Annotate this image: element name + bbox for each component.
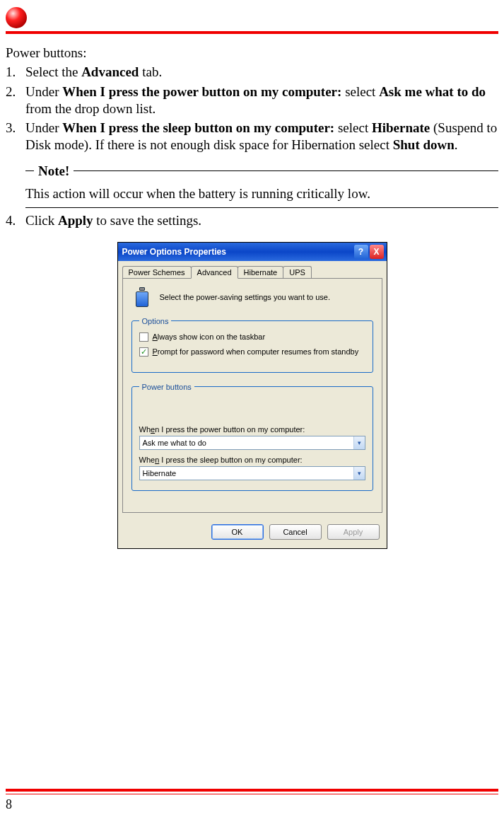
sleep-button-value: Hibernate bbox=[143, 469, 177, 477]
bold-hibernate: Hibernate bbox=[372, 120, 430, 135]
close-icon: X bbox=[373, 247, 379, 257]
checkbox-label-show-icon: Always show icon on the taskbar bbox=[153, 332, 266, 341]
power-options-dialog: Power Options Properties ? X Power Schem… bbox=[117, 242, 387, 549]
tab-power-schemes[interactable]: Power Schemes bbox=[122, 266, 192, 279]
footer: 8 bbox=[6, 789, 498, 812]
help-button[interactable]: ? bbox=[354, 245, 368, 259]
text: to save the settings. bbox=[93, 213, 202, 228]
sleep-button-select[interactable]: Hibernate ▾ bbox=[139, 466, 365, 480]
panel-description: Select the power-saving settings you wan… bbox=[160, 293, 331, 301]
checkbox-prompt-password[interactable]: ✓ bbox=[139, 347, 148, 357]
header-red-ball-icon bbox=[6, 7, 27, 28]
dialog-button-row: OK Cancel Apply bbox=[118, 517, 387, 548]
window-title: Power Options Properties bbox=[122, 247, 353, 257]
bold-shut-down: Shut down bbox=[393, 137, 455, 152]
text: tab. bbox=[139, 64, 162, 79]
tab-panel: Select the power-saving settings you wan… bbox=[122, 278, 382, 513]
battery-icon bbox=[131, 287, 153, 307]
bold-ask-me: Ask me what to do bbox=[379, 84, 486, 99]
text: Under bbox=[25, 84, 62, 99]
options-group: Options Always show icon on the taskbar … bbox=[131, 317, 373, 373]
chevron-down-icon: ▾ bbox=[353, 467, 365, 480]
step-number: 1. bbox=[6, 64, 25, 81]
power-buttons-group: Power buttons When I press the power but… bbox=[131, 383, 373, 491]
step-3: 3. Under When I press the sleep button o… bbox=[6, 120, 498, 154]
text: Under bbox=[25, 120, 62, 135]
bold-advanced: Advanced bbox=[81, 64, 139, 79]
tab-advanced[interactable]: Advanced bbox=[191, 266, 238, 279]
text: . bbox=[455, 137, 458, 152]
cancel-button[interactable]: Cancel bbox=[269, 524, 322, 540]
intro-text: Power buttons: bbox=[6, 45, 498, 61]
header-rule bbox=[6, 31, 498, 34]
power-button-label: When I press the power button on my comp… bbox=[139, 425, 365, 434]
text: select bbox=[341, 84, 379, 99]
sleep-button-label: When I press the sleep button on my comp… bbox=[139, 456, 365, 464]
checkbox-show-icon[interactable] bbox=[139, 332, 148, 342]
help-icon: ? bbox=[358, 247, 363, 257]
options-legend: Options bbox=[139, 317, 172, 325]
step-number: 4. bbox=[6, 212, 25, 229]
apply-button[interactable]: Apply bbox=[327, 524, 380, 540]
tab-ups[interactable]: UPS bbox=[283, 266, 312, 279]
titlebar[interactable]: Power Options Properties ? X bbox=[118, 243, 387, 261]
bold-apply: Apply bbox=[58, 213, 93, 228]
note-label: Note! bbox=[34, 163, 74, 179]
page-number: 8 bbox=[6, 797, 498, 812]
step-number: 3. bbox=[6, 120, 25, 154]
ok-button[interactable]: OK bbox=[211, 524, 264, 540]
note-body: This action will occur when the battery … bbox=[25, 186, 498, 202]
tab-hibernate[interactable]: Hibernate bbox=[238, 266, 284, 279]
step-2: 2. Under When I press the power button o… bbox=[6, 83, 498, 117]
steps-list-cont: 4. Click Apply to save the settings. bbox=[6, 212, 498, 229]
checkbox-label-prompt-password: Prompt for password when computer resume… bbox=[153, 347, 359, 356]
close-button[interactable]: X bbox=[370, 245, 384, 259]
power-button-select[interactable]: Ask me what to do ▾ bbox=[139, 436, 365, 450]
tab-strip: Power Schemes Advanced Hibernate UPS bbox=[118, 261, 387, 278]
text: Click bbox=[25, 213, 58, 228]
step-4: 4. Click Apply to save the settings. bbox=[6, 212, 498, 229]
footer-rule-thick bbox=[6, 789, 498, 792]
note-box: Note! This action will occur when the ba… bbox=[25, 163, 498, 208]
chevron-down-icon: ▾ bbox=[353, 436, 365, 449]
step-number: 2. bbox=[6, 83, 25, 117]
steps-list: 1. Select the Advanced tab. 2. Under Whe… bbox=[6, 64, 498, 154]
step-1: 1. Select the Advanced tab. bbox=[6, 64, 498, 81]
power-button-value: Ask me what to do bbox=[143, 439, 207, 447]
text: Select the bbox=[25, 64, 81, 79]
power-buttons-legend: Power buttons bbox=[139, 383, 194, 391]
bold-power-button: When I press the power button on my comp… bbox=[62, 84, 341, 99]
note-rule-left bbox=[25, 170, 34, 171]
note-rule-right bbox=[74, 170, 498, 171]
text: from the drop down list. bbox=[25, 101, 156, 116]
text: select bbox=[334, 120, 372, 135]
footer-rule-thin bbox=[6, 794, 498, 794]
bold-sleep-button: When I press the sleep button on my comp… bbox=[62, 120, 334, 135]
